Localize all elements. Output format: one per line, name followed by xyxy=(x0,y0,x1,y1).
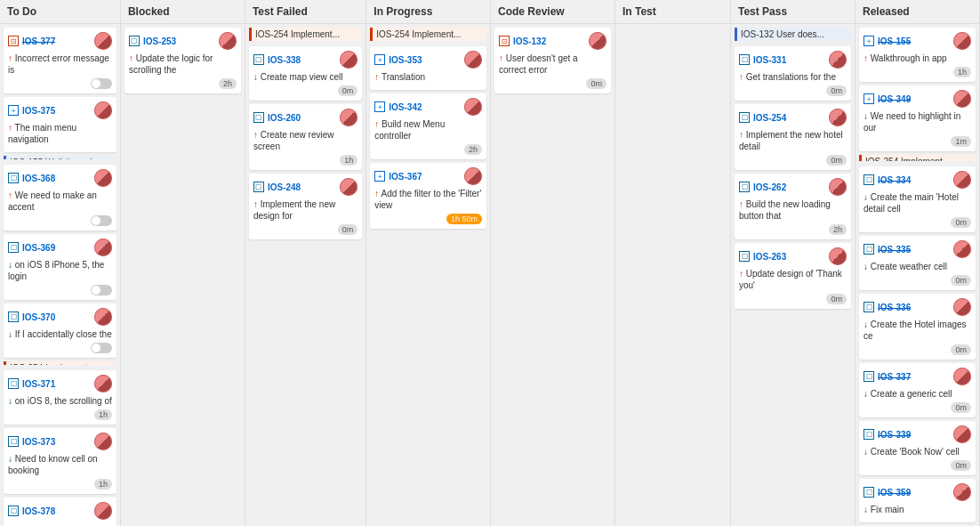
card: ☐ IOS-254 ↑ Implement the new hotel deta… xyxy=(735,104,851,170)
card-id[interactable]: IOS-367 xyxy=(389,172,422,182)
toggle-switch[interactable] xyxy=(91,78,112,89)
card-id[interactable]: IOS-262 xyxy=(753,182,786,192)
card: ☐ IOS-248 ↑ Implement the new design for… xyxy=(249,174,362,239)
card-id[interactable]: IOS-375 xyxy=(22,106,55,116)
card-header-left: ☐ IOS-339 xyxy=(864,429,911,440)
card-id[interactable]: IOS-254 xyxy=(753,113,786,123)
card-footer: 1h xyxy=(253,155,357,166)
card-id[interactable]: IOS-155 xyxy=(878,36,911,46)
card-content: ↑ Incorrect error message is xyxy=(8,53,112,76)
card-content: ↑ Update the logic for scrolling the xyxy=(129,53,237,76)
time-badge: 0m xyxy=(951,460,971,471)
card-header: ☐ IOS-262 xyxy=(739,178,847,196)
time-badge: 1h xyxy=(94,479,112,490)
card-footer: 0m xyxy=(864,217,971,228)
column-body-in-test xyxy=(615,24,730,526)
column-header-code-review: Code Review xyxy=(491,0,615,24)
toggle-switch[interactable] xyxy=(91,285,112,295)
time-badge: 0m xyxy=(951,217,971,228)
priority-up-icon: ↑ xyxy=(8,123,12,133)
card-id[interactable]: IOS-336 xyxy=(878,303,911,312)
card-id[interactable]: IOS-132 xyxy=(513,36,546,46)
card-id[interactable]: IOS-370 xyxy=(22,312,55,322)
card-footer: 2h xyxy=(129,78,237,89)
card-header: ⊡ IOS-132 xyxy=(499,32,606,50)
card-id[interactable]: IOS-337 xyxy=(878,372,911,382)
card-header-left: ☐ IOS-371 xyxy=(8,378,55,389)
card-id[interactable]: IOS-342 xyxy=(389,102,422,112)
card-type-icon: + xyxy=(8,105,19,116)
card-header-left: + IOS-375 xyxy=(8,105,55,116)
card-content: ↓ If I accidentally close the xyxy=(8,328,112,340)
priority-down-icon: ↓ xyxy=(864,389,868,399)
card-id[interactable]: IOS-369 xyxy=(22,243,55,253)
card: ⊡ IOS-377 ↑ Incorrect error message is xyxy=(4,28,116,93)
card-id[interactable]: IOS-331 xyxy=(753,55,786,65)
card-header-left: ☐ IOS-335 xyxy=(864,244,911,255)
card-header: ☐ IOS-334 xyxy=(864,171,971,189)
card-footer: 1m xyxy=(864,136,971,147)
card-id[interactable]: IOS-371 xyxy=(22,379,55,389)
priority-up-icon: ↑ xyxy=(8,190,12,200)
card-footer: 2h xyxy=(374,144,482,155)
card-header: + IOS-375 xyxy=(8,101,112,119)
column-header-todo: To Do xyxy=(0,0,120,24)
card-id[interactable]: IOS-349 xyxy=(878,94,911,104)
card-content: ↓ Create the Hotel images ce xyxy=(864,319,971,342)
card-header-left: ☐ IOS-336 xyxy=(864,302,911,312)
card-header-left: ☐ IOS-254 xyxy=(739,112,786,123)
avatar xyxy=(94,502,112,520)
avatar xyxy=(953,425,971,443)
priority-down-icon: ↓ xyxy=(8,396,12,406)
priority-down-icon: ↓ xyxy=(864,447,868,457)
card-header-left: ☐ IOS-331 xyxy=(739,54,786,65)
card-id[interactable]: IOS-339 xyxy=(878,430,911,440)
card-header-left: ☐ IOS-338 xyxy=(253,54,301,65)
card-id[interactable]: IOS-378 xyxy=(22,506,55,516)
card: ☐ IOS-339 ↓ Create 'Book Now' cell 0m xyxy=(859,421,976,475)
card-id[interactable]: IOS-338 xyxy=(268,55,301,65)
priority-down-icon: ↓ xyxy=(864,111,868,121)
card-id[interactable]: IOS-260 xyxy=(268,113,301,123)
priority-up-icon: ↑ xyxy=(374,119,379,129)
card-header-left: ☐ IOS-253 xyxy=(129,36,176,46)
card-id[interactable]: IOS-263 xyxy=(753,252,786,262)
card-type-icon: ☐ xyxy=(739,54,750,65)
card-content: ↓ We need to highlight in our xyxy=(864,110,971,134)
card-type-icon: ☐ xyxy=(864,244,874,255)
card: + IOS-367 ↑ Add the filter to the 'Filte… xyxy=(370,163,486,229)
avatar xyxy=(340,51,357,69)
avatar xyxy=(94,433,112,450)
card-id[interactable]: IOS-248 xyxy=(268,182,301,192)
priority-up-icon: ↑ xyxy=(499,53,503,63)
column-body-test-pass: IOS-132 User does... ☐ IOS-331 ↑ Get tra… xyxy=(731,24,855,526)
card: + IOS-375 ↑ The main menu navigation xyxy=(4,97,116,152)
toggle-switch[interactable] xyxy=(91,215,112,226)
card-header: ☐ IOS-339 xyxy=(864,425,971,443)
priority-up-icon: ↑ xyxy=(129,53,133,63)
card-footer: 0m xyxy=(253,85,357,96)
card-id[interactable]: IOS-334 xyxy=(878,175,911,185)
card-footer: 0m xyxy=(739,294,847,304)
avatar xyxy=(464,51,482,69)
card-content: ↑ Create new review screen xyxy=(253,129,357,152)
card-id[interactable]: IOS-368 xyxy=(22,174,55,183)
toggle-switch[interactable] xyxy=(91,343,112,353)
card-id[interactable]: IOS-359 xyxy=(878,488,911,498)
card-header: ☐ IOS-359 xyxy=(864,483,971,501)
card-header-left: ☐ IOS-260 xyxy=(253,112,301,123)
card-header-left: ☐ IOS-368 xyxy=(8,173,55,183)
card-id[interactable]: IOS-373 xyxy=(22,437,55,447)
card-header: + IOS-155 xyxy=(864,32,971,50)
card-header: ☐ IOS-337 xyxy=(864,368,971,385)
card-type-icon: + xyxy=(374,54,385,65)
card-header-left: ☐ IOS-334 xyxy=(864,174,911,185)
card-content: ↑ Translation xyxy=(374,71,482,83)
card-id[interactable]: IOS-377 xyxy=(22,36,55,46)
card-type-icon: ☐ xyxy=(864,174,874,185)
card-id[interactable]: IOS-335 xyxy=(878,245,911,255)
column-body-code-review: ⊡ IOS-132 ↑ User doesn't get a correct e… xyxy=(491,24,615,526)
card-id[interactable]: IOS-353 xyxy=(389,55,422,65)
card-id[interactable]: IOS-253 xyxy=(143,36,176,46)
column-body-released: + IOS-155 ↑ Walkthrough in app 1h + IOS-… xyxy=(855,24,979,526)
